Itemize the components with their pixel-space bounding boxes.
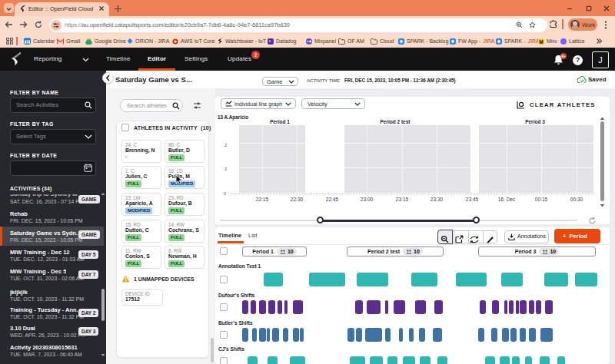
svg-text:M: M xyxy=(539,38,543,44)
svg-text:31: 31 xyxy=(25,40,30,45)
